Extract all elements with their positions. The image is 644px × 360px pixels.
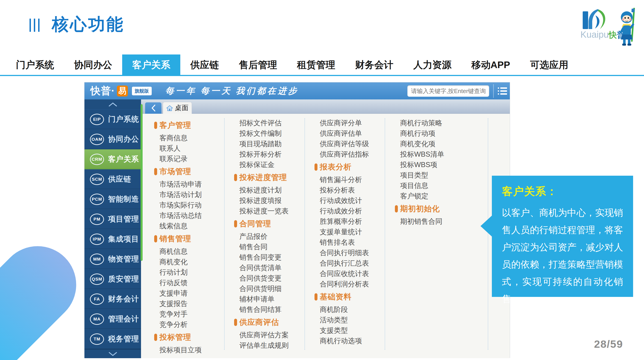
menu-item-商机阶段[interactable]: 商机阶段 [314, 304, 393, 315]
menu-item-投标文件编制[interactable]: 投标文件编制 [234, 128, 312, 139]
menu-item-支援申请[interactable]: 支援申请 [154, 288, 232, 299]
sidebar-scroll-up[interactable] [84, 99, 141, 109]
menu-item-支援类型[interactable]: 支援类型 [314, 325, 393, 336]
menu-item-商机行动策略[interactable]: 商机行动策略 [395, 118, 473, 128]
menu-item-商机变化[interactable]: 商机变化 [154, 257, 232, 267]
sidebar-scroll-down[interactable] [84, 349, 141, 358]
menu-item-投标WBS项[interactable]: 投标WBS项 [395, 160, 473, 170]
menu-item-供应商评估等级[interactable]: 供应商评估等级 [314, 139, 393, 149]
sidebar-item-eip[interactable]: EIP门户系统 [84, 109, 141, 129]
menu-item-合同应收统计表[interactable]: 合同应收统计表 [314, 269, 393, 279]
menu-item-项目类型[interactable]: 项目类型 [395, 170, 473, 180]
menu-item-投标进度填报[interactable]: 投标进度填报 [234, 195, 312, 206]
menu-item-招标文件评估[interactable]: 招标文件评估 [234, 118, 312, 128]
menu-item-联系记录[interactable]: 联系记录 [154, 154, 232, 164]
menu-item-产品报价[interactable]: 产品报价 [234, 231, 312, 242]
menu-item-竞争对手[interactable]: 竞争对手 [154, 309, 232, 319]
menu-item-市场活动申请[interactable]: 市场活动申请 [154, 179, 232, 190]
menu-item-辅材申请单[interactable]: 辅材申请单 [234, 294, 312, 304]
menu-item-销售合同[interactable]: 销售合同 [234, 242, 312, 252]
tab-售后管理[interactable]: 售后管理 [229, 54, 287, 75]
menu-item-合同利润分析表[interactable]: 合同利润分析表 [314, 279, 393, 289]
menu-item-评估单生成规则[interactable]: 评估单生成规则 [234, 340, 312, 351]
callout-title: 客户关系： [492, 176, 633, 199]
sidebar-item-oam[interactable]: OAM协同办公 [84, 129, 141, 149]
menu-item-商机信息[interactable]: 商机信息 [154, 246, 232, 257]
sidebar-item-pcm[interactable]: PCM智能制造 [84, 189, 141, 209]
menu-item-市场活动计划[interactable]: 市场活动计划 [154, 190, 232, 200]
tab-desktop[interactable]: 桌面 [163, 102, 192, 114]
module-badge-tm: TM [90, 334, 104, 345]
back-button[interactable] [145, 102, 162, 114]
menu-item-商机变化项[interactable]: 商机变化项 [395, 139, 473, 149]
menu-item-期初销售合同[interactable]: 期初销售合同 [395, 216, 473, 227]
menu-list-icon[interactable] [497, 86, 508, 96]
menu-item-投标分析表[interactable]: 投标分析表 [314, 185, 393, 195]
menu-item-合同执行明细表[interactable]: 合同执行明细表 [314, 248, 393, 258]
menu-item-支援报告[interactable]: 支援报告 [154, 299, 232, 309]
menu-item-商机行动项[interactable]: 商机行动项 [395, 128, 473, 139]
tab-人力资源[interactable]: 人力资源 [403, 54, 462, 75]
menu-item-项目信息[interactable]: 项目信息 [395, 180, 473, 191]
menu-item-市场活动总结[interactable]: 市场活动总结 [154, 210, 232, 221]
menu-item-投标保证金[interactable]: 投标保证金 [234, 160, 312, 170]
tab-移动APP[interactable]: 移动APP [462, 54, 520, 75]
sidebar-item-tm[interactable]: TM税务管理 [84, 329, 141, 349]
menu-item-行动计划[interactable]: 行动计划 [154, 267, 232, 278]
sidebar-item-scm[interactable]: SCM供应链 [84, 169, 141, 189]
menu-item-供应商评估单[interactable]: 供应商评估单 [314, 128, 393, 139]
menu-item-销售合同变更[interactable]: 销售合同变更 [234, 252, 312, 263]
menu-item-投标项目立项[interactable]: 投标项目立项 [154, 345, 232, 355]
menu-item-支援单量统计[interactable]: 支援单量统计 [314, 227, 393, 237]
menu-section-投标进度管理: 投标进度管理 [234, 171, 312, 184]
tab-供应链[interactable]: 供应链 [180, 54, 229, 75]
sidebar-item-ma[interactable]: MA管理会计 [84, 309, 141, 329]
tab-财务会计[interactable]: 财务会计 [345, 54, 403, 75]
menu-item-供应商评估方案[interactable]: 供应商评估方案 [234, 330, 312, 340]
menu-item-行动成效统计[interactable]: 行动成效统计 [314, 195, 393, 206]
menu-item-投标进度计划[interactable]: 投标进度计划 [234, 185, 312, 195]
sidebar-item-mm[interactable]: MM物资管理 [84, 249, 141, 269]
sidebar-item-qsm[interactable]: QSM质安管理 [84, 269, 141, 289]
menu-item-项目现场踏勘[interactable]: 项目现场踏勘 [234, 139, 312, 149]
menu-item-客户锁定[interactable]: 客户锁定 [395, 191, 473, 201]
menu-item-竞争分析[interactable]: 竞争分析 [154, 319, 232, 330]
menu-item-合同供货清单[interactable]: 合同供货清单 [234, 263, 312, 273]
menu-item-供应商评分单[interactable]: 供应商评分单 [314, 118, 393, 128]
menu-item-投标WBS清单[interactable]: 投标WBS清单 [395, 149, 473, 160]
sidebar-item-crm[interactable]: CRM客户关系 [84, 149, 141, 169]
content-scroll-strip[interactable] [140, 104, 142, 261]
menu-item-行动反馈[interactable]: 行动反馈 [154, 278, 232, 288]
sidebar-item-pm[interactable]: PM项目管理 [84, 209, 141, 229]
sidebar-item-fa[interactable]: FA财务会计 [84, 289, 141, 309]
menu-item-销售合同结算[interactable]: 销售合同结算 [234, 304, 312, 315]
sidebar-item-ipm[interactable]: IPM集成项目 [84, 229, 141, 249]
menu-item-投标进度一览表[interactable]: 投标进度一览表 [234, 206, 312, 216]
menu-item-市场实际行动[interactable]: 市场实际行动 [154, 200, 232, 210]
tab-门户系统[interactable]: 门户系统 [6, 54, 64, 75]
sidebar-item-label: 智能制造 [108, 194, 139, 204]
tab-可选应用[interactable]: 可选应用 [520, 54, 578, 75]
menu-item-胜算概率分析[interactable]: 胜算概率分析 [314, 216, 393, 227]
search-box[interactable] [408, 85, 489, 97]
menu-section-销售管理: 销售管理 [154, 233, 232, 245]
search-input[interactable] [408, 88, 489, 95]
menu-item-客商信息[interactable]: 客商信息 [154, 133, 232, 143]
tab-协同办公[interactable]: 协同办公 [64, 54, 122, 75]
menu-item-行动成效分析[interactable]: 行动成效分析 [314, 206, 393, 216]
menu-item-供应商评估指标[interactable]: 供应商评估指标 [314, 149, 393, 160]
crm-callout: 客户关系： 以客户、商机为中心，实现销售人员的行销过程管理，将客户沉淀为公司资产… [492, 176, 633, 297]
menu-item-投标开标分析[interactable]: 投标开标分析 [234, 149, 312, 160]
menu-item-合同执行汇总表[interactable]: 合同执行汇总表 [314, 258, 393, 269]
menu-item-合同供货明细[interactable]: 合同供货明细 [234, 284, 312, 294]
menu-item-线索信息[interactable]: 线索信息 [154, 221, 232, 231]
tab-客户关系[interactable]: 客户关系 [122, 54, 180, 75]
menu-item-合同供货变更[interactable]: 合同供货变更 [234, 273, 312, 284]
menu-item-销售排名表[interactable]: 销售排名表 [314, 237, 393, 248]
menu-item-商机行动选项[interactable]: 商机行动选项 [314, 336, 393, 346]
menu-item-活动类型[interactable]: 活动类型 [314, 315, 393, 325]
tab-租赁管理[interactable]: 租赁管理 [287, 54, 345, 75]
menu-item-联系人[interactable]: 联系人 [154, 143, 232, 154]
menu-item-销售漏斗分析[interactable]: 销售漏斗分析 [314, 175, 393, 185]
app-logo: 快普· 易 旗舰版 [90, 84, 152, 98]
